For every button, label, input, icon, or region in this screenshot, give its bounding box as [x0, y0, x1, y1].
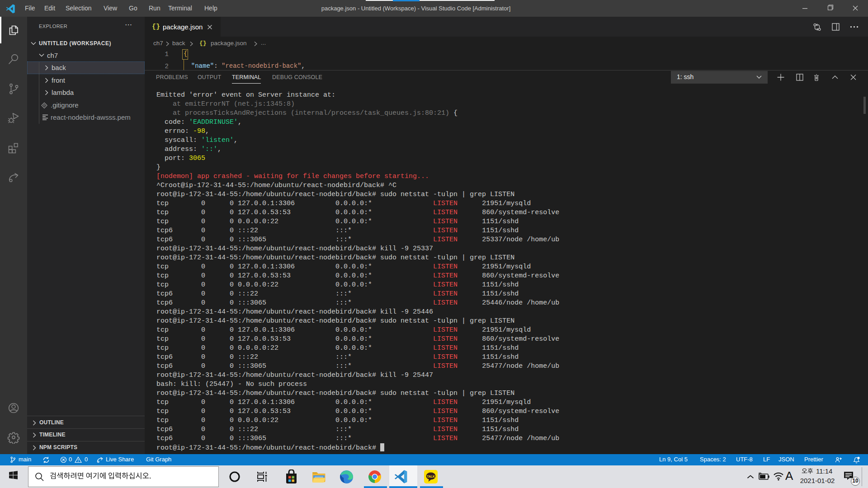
svg-text:TALK: TALK — [427, 475, 435, 478]
